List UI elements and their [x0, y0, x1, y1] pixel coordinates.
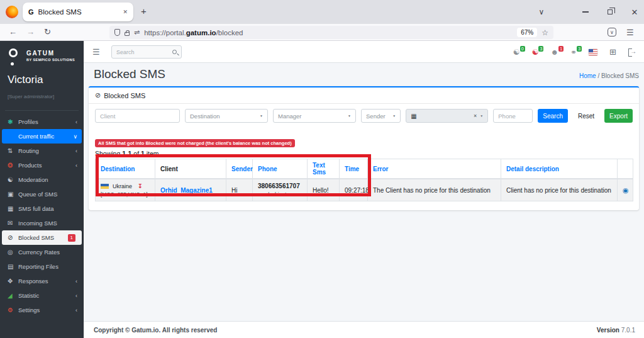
sidebar-toggle-icon[interactable]: ☰ — [92, 47, 100, 57]
logout-icon[interactable] — [628, 48, 636, 55]
destination-mcc-mnc: [MCC=255,MNC=1] — [101, 191, 150, 198]
partners-icon: ⚭ — [570, 48, 577, 57]
text-sms-cell: Hello! — [308, 179, 340, 201]
language-flag-icon[interactable] — [589, 49, 597, 55]
chevron-icon: ‹ — [75, 119, 77, 125]
column-header-detail-description[interactable]: Detail description — [501, 159, 618, 179]
phone-number: 380663561707 — [258, 183, 302, 189]
sidebar-item-routing[interactable]: ⇅Routing‹ — [2, 144, 82, 158]
url-bar[interactable]: ⇌ https://portal.gatum.io/blocked 67% ☆ — [109, 26, 553, 39]
search-button[interactable]: Search — [538, 109, 568, 123]
list-tabs-icon[interactable]: ∨ — [532, 0, 551, 24]
forward-icon[interactable]: → — [26, 27, 35, 37]
breadcrumb-home-link[interactable]: Home — [579, 72, 596, 79]
pocket-icon[interactable]: ∨ — [608, 28, 616, 37]
statistic-icon: ◢ — [8, 292, 18, 299]
reset-button[interactable]: Reset — [573, 109, 599, 123]
routing-icon: ⇅ — [8, 147, 18, 154]
download-icon[interactable]: ↧ — [138, 183, 143, 189]
table-row: Ukraine ↧ [MCC=255,MNC=1] Orhid_Magazine… — [96, 179, 633, 201]
close-window-icon[interactable]: ✕ — [625, 0, 644, 24]
reload-icon[interactable]: ↻ — [44, 27, 51, 37]
sidebar-item-responses[interactable]: ✥Responses‹ — [2, 274, 82, 288]
sidebar-item-sms-full-data[interactable]: ▦SMS full data — [2, 201, 82, 216]
sidebar-item-statistic[interactable]: ◢Statistic‹ — [2, 288, 82, 303]
apps-grid-icon[interactable]: ⊞ — [609, 47, 616, 57]
incoming-sms-icon: ✉ — [8, 220, 18, 227]
back-icon[interactable]: ← — [9, 27, 17, 37]
not-charged-notice: All SMS that got into Blocked were not c… — [95, 139, 295, 147]
column-header-phone[interactable]: Phone — [253, 159, 308, 179]
sidebar-item-label: Settings — [18, 307, 75, 313]
search-input[interactable] — [116, 49, 172, 55]
brand-name: GATUM — [26, 50, 75, 57]
sidebar-item-queue-of-sms[interactable]: ▣Queue of SMS — [2, 187, 82, 201]
client-filter-input[interactable] — [95, 109, 180, 123]
new-tab-button[interactable]: + — [141, 6, 147, 16]
time-cell: 09:27:18 — [340, 179, 368, 201]
destination-country: Ukraine — [113, 183, 132, 189]
column-header-time[interactable]: Time — [340, 159, 368, 179]
lock-icon[interactable] — [125, 32, 130, 36]
sidebar-item-current-traffic[interactable]: Current traffic∨ — [2, 129, 82, 144]
column-header-actions — [618, 159, 633, 179]
settings-icon: ⚙ — [8, 307, 18, 313]
tab-close-icon[interactable]: ✕ — [119, 9, 128, 15]
sidebar-item-label: Routing — [18, 147, 75, 154]
sender-filter-select[interactable]: Sender▼ — [361, 109, 401, 123]
browser-menu-icon[interactable]: ☰ — [626, 28, 634, 37]
clear-date-icon[interactable]: × — [474, 113, 477, 119]
client-link[interactable]: Orhid_Magazine1 — [160, 187, 213, 194]
rejected-masks-icon[interactable]: ☯3 — [532, 48, 539, 56]
view-details-eye-icon[interactable]: ◉ — [623, 186, 629, 194]
search-icon[interactable] — [172, 50, 177, 54]
brand: GATUM BY SEMPICO SOLUTIONS — [26, 50, 75, 62]
sidebar-item-currency-rates[interactable]: ◎Currency Rates — [2, 245, 82, 259]
minimize-icon[interactable] — [576, 0, 595, 24]
breadcrumb-current: Blocked SMS — [601, 72, 639, 79]
sidebar-item-label: Queue of SMS — [18, 191, 77, 198]
sender-cell: Hi — [226, 179, 253, 201]
partners-icon[interactable]: ⚭3 — [570, 48, 577, 56]
manager-filter-select[interactable]: Manager▼ — [273, 109, 356, 123]
notification-badge: 1 — [68, 234, 75, 242]
zoom-level-indicator[interactable]: 67% — [517, 28, 537, 37]
sidebar-item-moderation[interactable]: ☯Moderation — [2, 172, 82, 187]
date-range-picker[interactable]: ▦ × ▼ — [406, 109, 488, 123]
user-requests-icon[interactable]: ☻1 — [550, 48, 558, 56]
permissions-icon[interactable]: ⇌ — [134, 28, 140, 37]
phone-filter-input[interactable] — [493, 109, 533, 123]
tab-title: Blocked SMS — [38, 8, 119, 16]
firefox-logo-icon[interactable] — [6, 6, 18, 18]
column-header-error[interactable]: Error — [368, 159, 501, 179]
top-navbar: ☰ ☯0☯3☻1⚭3 ⊞ — [84, 41, 644, 63]
queue-of-sms-icon: ▣ — [8, 191, 18, 198]
navbar-icons: ☯0☯3☻1⚭3 ⊞ — [513, 41, 636, 63]
sidebar-item-reporting-files[interactable]: ▤Reporting Files — [2, 259, 82, 274]
sidebar-item-blocked-sms[interactable]: ⊘Blocked SMS1 — [2, 230, 82, 245]
moderation-masks-icon[interactable]: ☯0 — [513, 48, 520, 56]
count-badge: 3 — [538, 46, 543, 52]
user-role: [Super administrator] — [8, 94, 54, 99]
actions-cell: ◉ — [618, 179, 633, 201]
user-name: Victoria — [8, 74, 43, 86]
chevron-icon: ‹ — [75, 148, 77, 154]
column-header-text-sms[interactable]: Text Sms — [308, 159, 340, 179]
blocked-icon: ⊘ — [95, 91, 101, 99]
blocked-sms-card: ⊘ Blocked SMS Destination▼ Manager▼ Send… — [89, 86, 639, 210]
restore-window-icon[interactable] — [601, 0, 619, 24]
chevron-down-icon: ▼ — [392, 114, 396, 118]
browser-tab[interactable]: G Blocked SMS ✕ — [23, 3, 133, 21]
sidebar-item-products[interactable]: ❂Products‹ — [2, 158, 82, 172]
column-header-sender[interactable]: Sender — [226, 159, 253, 179]
sidebar-item-settings[interactable]: ⚙Settings‹ — [2, 303, 82, 317]
export-button[interactable]: Export — [604, 109, 633, 123]
column-header-destination[interactable]: Destination — [96, 159, 155, 179]
tracking-protection-shield-icon[interactable] — [114, 29, 120, 36]
global-search[interactable] — [111, 45, 182, 59]
bookmark-star-icon[interactable]: ☆ — [541, 28, 548, 37]
sidebar-item-incoming-sms[interactable]: ✉Incoming SMS — [2, 216, 82, 230]
destination-filter-select[interactable]: Destination▼ — [185, 109, 268, 123]
sidebar-item-profiles[interactable]: ❃Profiles‹ — [2, 115, 82, 129]
profiles-icon: ❃ — [8, 118, 18, 125]
